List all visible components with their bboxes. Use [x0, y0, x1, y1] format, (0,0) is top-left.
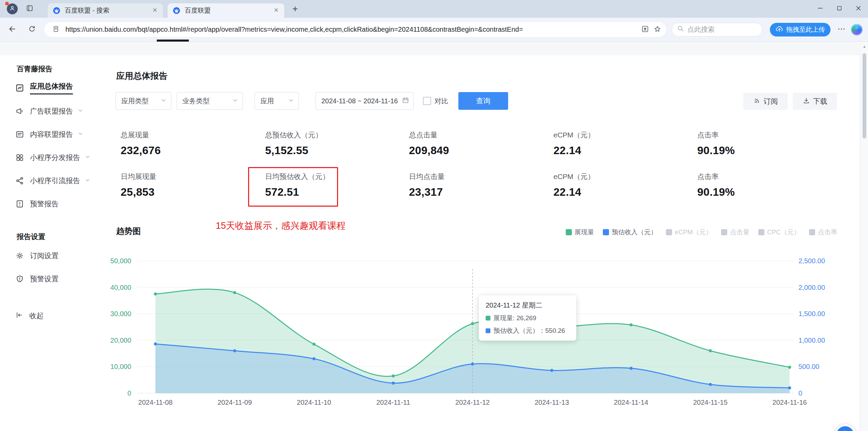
app-type-select[interactable]: 应用类型: [116, 92, 171, 110]
sidebar-item-overview-report[interactable]: 应用总体报告: [0, 76, 101, 100]
scrollbar-thumb[interactable]: [863, 53, 866, 138]
back-icon: [8, 25, 17, 33]
legend-item[interactable]: 点击率: [809, 228, 837, 237]
page-scrollbar[interactable]: ▲: [860, 42, 868, 431]
date-range-picker[interactable]: 2024-11-08 ~ 2024-11-16: [316, 92, 414, 110]
x-axis-label: 2024-11-14: [614, 399, 648, 406]
stat-cell: eCPM（元）22.14: [553, 172, 697, 198]
stat-cell: eCPM（元）22.14: [553, 130, 697, 157]
chart-legend: 展现量预估收入（元）eCPM（元）点击量CPC（元）点击率: [566, 228, 837, 237]
sidebar-item-alert-settings[interactable]: 预警设置: [0, 267, 101, 291]
tab-close-icon[interactable]: [271, 6, 281, 15]
chevron-down-icon: [232, 97, 239, 105]
stat-value: 209,849: [409, 144, 553, 157]
close-icon: [855, 4, 862, 12]
contrast-label: 对比: [435, 96, 448, 106]
quick-search-box[interactable]: 点此搜索: [672, 23, 762, 36]
trend-chart[interactable]: 2024-11-12 星期二 展现量: 26,269 预估收入（元）：550.2…: [137, 261, 794, 393]
person-icon: [9, 5, 16, 12]
browser-tab-active[interactable]: 百度联盟: [168, 3, 284, 18]
calendar-icon: [402, 96, 409, 104]
tooltip-row-income: 预估收入（元）：550.26: [486, 326, 569, 335]
dots-icon: [837, 25, 846, 33]
contrast-check-group: 对比: [423, 96, 448, 106]
minimize-button[interactable]: [811, 0, 830, 18]
download-button[interactable]: 下载: [793, 93, 837, 110]
subscribe-icon: [753, 97, 761, 106]
stats-row-daily: 日均展现量25,853日均预估收入（元）572.51日均点击量23,317eCP…: [121, 172, 800, 198]
drag-upload-button[interactable]: 拖拽至此上传: [770, 23, 831, 36]
browser-tab-search[interactable]: 百度联盟 - 搜索: [48, 3, 163, 18]
date-range-value: 2024-11-08 ~ 2024-11-16: [321, 97, 398, 105]
stat-value: 22.14: [553, 186, 697, 198]
stat-cell: 点击率90.19%: [697, 172, 800, 198]
browser-profile-avatar[interactable]: [7, 3, 18, 14]
page-title: 应用总体报告: [116, 70, 167, 81]
legend-label: 点击量: [730, 228, 749, 237]
stat-label: eCPM（元）: [553, 130, 697, 140]
subscribe-button[interactable]: 订阅: [743, 93, 788, 110]
back-icon[interactable]: [5, 22, 20, 37]
legend-item[interactable]: eCPM（元）: [666, 228, 712, 237]
sidebar-item-label: 内容联盟报告: [30, 130, 73, 139]
copilot-icon[interactable]: [851, 24, 863, 35]
chevron-down-icon: [77, 107, 83, 114]
scrollbar-up-arrow[interactable]: ▲: [863, 44, 866, 48]
legend-item[interactable]: 点击量: [721, 228, 749, 237]
x-axis-label: 2024-11-09: [217, 399, 252, 406]
sidebar-item-label: 预警设置: [30, 274, 59, 284]
sidebar-item-subscribe-settings[interactable]: 订阅设置: [0, 244, 101, 267]
trend-chart-title: 趋势图: [116, 226, 141, 237]
close-button[interactable]: [849, 0, 868, 18]
stat-cell: 总点击量209,849: [409, 130, 553, 157]
legend-item[interactable]: 展现量: [566, 228, 594, 237]
translate-icon[interactable]: [639, 24, 651, 36]
calendar-icon: [402, 96, 409, 106]
maximize-button[interactable]: [830, 0, 849, 18]
sidebar-item-alert-report[interactable]: 预警报告: [0, 192, 101, 216]
collapse-icon: [15, 311, 24, 321]
sidebar-item-mini-program-referral[interactable]: 小程序引流报告: [0, 169, 101, 192]
stat-label: 总展现量: [121, 130, 265, 140]
url-text[interactable]: https://union.baidu.com/bqt/appco.html#/…: [65, 26, 639, 33]
refresh-icon[interactable]: [25, 22, 40, 37]
page-loading-bar: [157, 40, 189, 42]
x-axis-label: 2024-11-12: [455, 399, 490, 406]
tab-close-icon[interactable]: [150, 6, 159, 15]
tab-grid-icon: [26, 4, 34, 12]
alert-settings-icon: [15, 274, 24, 283]
chevron-down-icon: [232, 97, 239, 104]
biz-type-select[interactable]: 业务类型: [177, 92, 243, 110]
url-field[interactable]: https://union.baidu.com/bqt/appco.html#/…: [44, 22, 666, 37]
favorite-star-icon[interactable]: [651, 24, 664, 36]
stat-value: 22.14: [553, 144, 697, 157]
trend-chart-canvas[interactable]: [137, 261, 794, 393]
sidebar-item-content-union[interactable]: 内容联盟报告: [0, 123, 101, 146]
y-axis-tick-left: 40,000: [110, 283, 131, 291]
browser-menu-icon[interactable]: [835, 23, 848, 36]
y-axis-tick-left: 30,000: [110, 310, 131, 318]
y-axis-tick-right: 1,000.00: [798, 336, 825, 344]
legend-label: CPC（元）: [767, 228, 800, 237]
tab-actions-button[interactable]: [24, 3, 35, 15]
legend-item[interactable]: 预估收入（元）: [603, 228, 657, 237]
baidu-favicon: [172, 6, 181, 15]
biz-type-value: 业务类型: [182, 96, 210, 106]
browser-window: 百度联盟 - 搜索 百度联盟 + https://union.baidu.com…: [0, 0, 868, 431]
sidebar-collapse-button[interactable]: 收起: [0, 304, 101, 327]
legend-label: 点击率: [818, 228, 837, 237]
legend-item[interactable]: CPC（元）: [758, 228, 800, 237]
stat-value: 90.19%: [697, 144, 800, 157]
minimize-icon: [817, 4, 824, 12]
site-info-icon[interactable]: [50, 24, 62, 36]
y-axis-tick-right: 0: [798, 389, 802, 397]
tab-title: 百度联盟 - 搜索: [65, 6, 150, 15]
main-content: 应用总体报告 应用类型 业务类型 应用 2024-11-08 ~ 2024-11…: [101, 55, 859, 431]
alert-report-icon: [15, 199, 24, 208]
new-tab-button[interactable]: +: [289, 3, 301, 15]
sidebar-item-ad-union[interactable]: 广告联盟报告: [0, 100, 101, 123]
contrast-checkbox[interactable]: [423, 97, 431, 105]
app-select[interactable]: 应用: [255, 92, 299, 110]
sidebar-item-mini-program-distribution[interactable]: 小程序分发报告: [0, 146, 101, 169]
query-button[interactable]: 查询: [458, 92, 508, 110]
